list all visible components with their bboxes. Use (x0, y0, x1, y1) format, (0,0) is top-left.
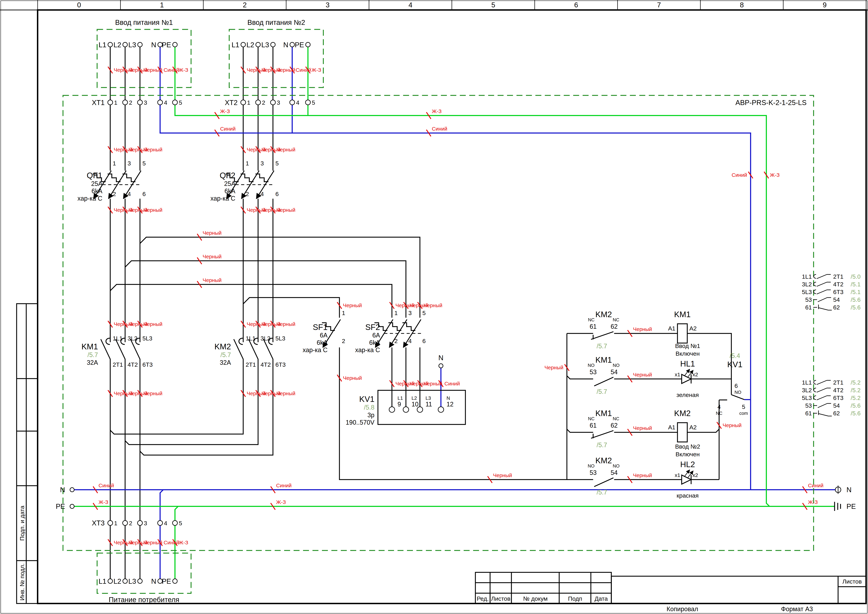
km2-ref-right: 4T2 (833, 387, 843, 394)
hl1-cap2: Включен (676, 350, 700, 357)
input2-title: Ввод питания №2 (247, 19, 305, 26)
wire-segment (374, 323, 415, 330)
wire-segment (175, 47, 769, 506)
km1-contact-terminal-top: 3L2 (127, 335, 138, 342)
wire-colour-label: Черный (203, 230, 222, 236)
ruler-number: 3 (326, 1, 329, 9)
consumer-title: Питание потребителя (108, 596, 179, 603)
qf2-name: QF2 (220, 171, 235, 180)
pe-input-label: PE (56, 502, 65, 510)
qf2-curve: хар-ка C (211, 195, 235, 202)
km2-ref-sheet: /5.2 (851, 379, 861, 386)
km1-name: KM1 (81, 342, 98, 351)
ruler-number: 4 (409, 1, 412, 9)
ruler-number: 1 (160, 1, 164, 9)
wire-colour-label: Черный (276, 207, 295, 213)
rung1-nc-r: NC (613, 317, 619, 323)
rung1-contact-name: KM2 (595, 310, 612, 319)
rung4-ref: /5.7 (597, 489, 607, 496)
qf2-terminal-bottom: 6 (275, 191, 279, 197)
wire-colour-label: Ж-З (99, 499, 108, 505)
rung3-nc-r: NC (613, 416, 619, 421)
consumer-terminal-label: N (151, 577, 156, 585)
km1-ref-right: 2T1 (833, 273, 843, 280)
rung4-no-r: NO (613, 463, 620, 468)
n-input-terminal (70, 488, 74, 492)
rung3-nc-l: NC (588, 416, 595, 421)
qf2-terminal-top: 1 (246, 160, 249, 167)
wire-colour-label: Черный (203, 277, 222, 283)
km2-ref-right: 6T3 (833, 394, 843, 401)
wire-colour-label: Ж-З (432, 109, 442, 114)
input2-terminal (241, 42, 245, 47)
rung2-contact-name: KM1 (595, 355, 612, 364)
input1-terminal-label: PE (162, 41, 171, 49)
titleblock-col-label: Дата (595, 595, 608, 602)
km1-ref-right: 4T2 (833, 281, 843, 288)
xt1-terminal-number: 3 (144, 99, 147, 106)
qf2-terminal-top: 3 (260, 160, 264, 167)
km1-ref-right: 62 (833, 304, 840, 311)
xt1-terminal (158, 100, 163, 105)
wire-colour-label: Черный (633, 326, 652, 332)
hl2-lamp (682, 470, 693, 484)
qf1-curve: хар-ка C (78, 195, 102, 202)
km2-current: 32A (220, 359, 231, 366)
kv1-range: 190..570V (346, 419, 374, 426)
km2-ref-symbol (813, 411, 832, 416)
km2-ref-left: 61 (805, 410, 812, 417)
shape: 123451234512345 (108, 99, 315, 527)
km1-coil-name: KM1 (674, 310, 691, 319)
qf1-terminal-bottom: 6 (143, 191, 146, 197)
km2-coil (677, 423, 687, 442)
km1-contact-terminal-bottom: 6T3 (143, 361, 153, 368)
consumer-terminal (138, 579, 142, 583)
rung3-ref: /5.7 (597, 442, 607, 449)
hl2-cap2: Включен (676, 451, 700, 457)
ruler-number: 0 (77, 1, 81, 9)
input1-terminal (173, 42, 177, 47)
kv1-term-line: N (446, 395, 450, 401)
wire-colour-label: Ж-З (178, 67, 188, 73)
wire-segment (685, 369, 690, 376)
hl2-cap1: Ввод №2 (675, 443, 700, 450)
sf2-terminal-top: 3 (408, 310, 412, 316)
wire-colour-label: Черный (633, 472, 652, 478)
km1-ref-sheet: /5.1 (851, 281, 861, 288)
shape: ЧерныйЧерныйЧерныйСинийЖ-ЗЧерныйЧерныйЧе… (93, 67, 823, 546)
kv1-term-line: L2 (412, 395, 417, 401)
stamp-inv-no: Инв. № подл. (19, 563, 25, 600)
kv1-name: KV1 (359, 394, 374, 404)
shape: Ред.Листов№ докумПодпДата (477, 595, 608, 602)
km2-contact-terminal-top: 1L1 (246, 335, 256, 342)
hl1-x1: x1 (675, 372, 680, 377)
xt2-terminal (241, 100, 246, 105)
kv1-t4: 4 (718, 403, 721, 410)
ruler-number: 9 (823, 1, 826, 9)
wire-colour-label: Черный (144, 207, 162, 213)
km1-ref-left: 1L1 (802, 273, 812, 280)
wire-colour-label: Синий (276, 482, 292, 488)
rung4-t2: 54 (611, 469, 618, 476)
hl2-name: HL2 (680, 460, 695, 469)
kv1-t4-type: NC (716, 411, 722, 416)
rung2-ref: /5.7 (597, 388, 607, 395)
km2-name: KM2 (214, 342, 231, 351)
wire-colour-label: Черный (144, 391, 162, 396)
rung2-t2: 54 (611, 368, 618, 375)
km1-coil-a2: A2 (689, 325, 697, 332)
km2-ref-left: 1L1 (802, 379, 812, 386)
km2-ref-sheet: /5.6 (851, 410, 861, 417)
qf1-current: 25A (91, 180, 102, 187)
sf2-terminal-top: 1 (394, 310, 398, 316)
wire-colour-label: Черный (343, 375, 362, 381)
input1-terminal-label: N (151, 41, 156, 49)
km2-ref-sheet: /5.2 (851, 387, 861, 394)
wire-segment (125, 359, 258, 445)
rung3-t1: 61 (590, 422, 597, 429)
qf2-current: 25A (224, 180, 235, 187)
input1-terminal-label: L1 (99, 41, 107, 49)
wire-colour-label: Ж-З (220, 109, 230, 114)
wire-segment (101, 338, 110, 359)
qf1-terminal-bottom: 4 (127, 191, 131, 197)
